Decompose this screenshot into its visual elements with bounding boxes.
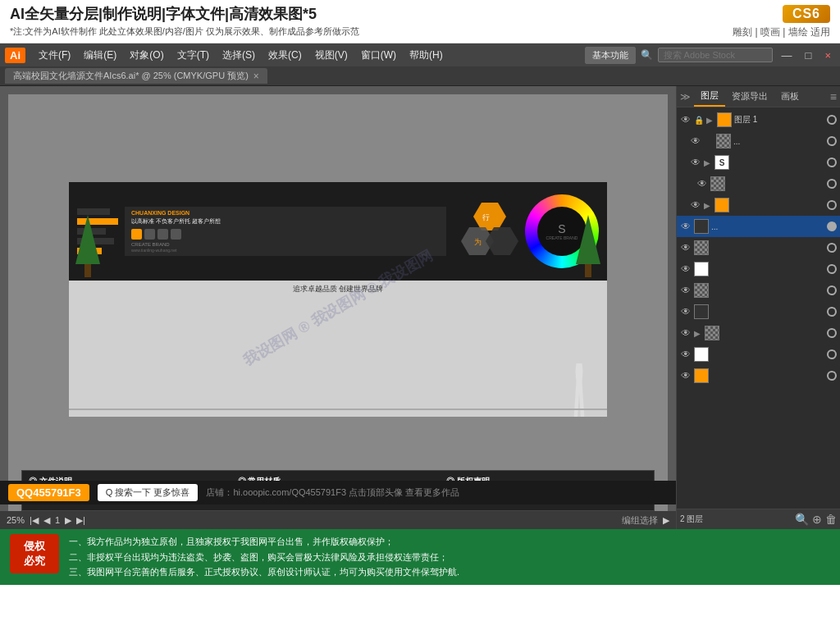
tab-artboard[interactable]: 画板 bbox=[774, 87, 806, 106]
add-layer-button[interactable]: ⊕ bbox=[812, 513, 822, 526]
tab-close-button[interactable]: × bbox=[253, 71, 259, 82]
page-number: 1 bbox=[55, 515, 60, 525]
tab-export[interactable]: 资源导出 bbox=[725, 87, 774, 106]
eye-icon[interactable]: 👁 bbox=[680, 114, 692, 126]
nav-prev-button[interactable]: ◀ bbox=[43, 515, 50, 526]
window-minimize-button[interactable]: — bbox=[778, 48, 797, 62]
layer-item[interactable]: 👁 bbox=[677, 258, 840, 280]
layer-item[interactable]: 👁 ▶ bbox=[677, 322, 840, 344]
layer-chevron: ▶ bbox=[694, 329, 702, 338]
canvas-background: CHUANXING DESIGN 以高标准 不负客户所托 超客户所想 CREAT… bbox=[8, 94, 668, 521]
eye-icon[interactable]: 👁 bbox=[690, 135, 701, 147]
active-tab[interactable]: 高端校园文化墙源文件AIcs6.ai* @ 25% (CMYK/GPU 预览) … bbox=[5, 68, 267, 84]
top-header-left: AI全矢量分层|制作说明|字体文件|高清效果图*5 *注:文件为AI软件制作 此… bbox=[10, 5, 682, 38]
layer-item[interactable]: 👁 ▶ bbox=[677, 194, 840, 216]
menu-view[interactable]: 视图(V) bbox=[308, 47, 354, 64]
layer-circle bbox=[827, 221, 837, 231]
top-header: AI全矢量分层|制作说明|字体文件|高清效果图*5 *注:文件为AI软件制作 此… bbox=[0, 0, 840, 43]
search-layer-button[interactable]: 🔍 bbox=[795, 513, 809, 526]
basic-func-button[interactable]: 基本功能 bbox=[585, 47, 636, 64]
layer-item[interactable]: 👁 🔒 ▶ 图层 1 bbox=[677, 109, 840, 130]
shop-link: 店铺：hi.ooopic.com/QQ455791F3 点击顶部头像 查看更多作… bbox=[206, 486, 459, 499]
brand-subtext: www.tianling-wuhang.net bbox=[131, 248, 440, 253]
layer-thumbnail bbox=[694, 240, 709, 255]
layer-thumbnail bbox=[716, 134, 731, 148]
panel-tabs: ≫ 图层 资源导出 画板 ≡ bbox=[677, 86, 840, 107]
svg-text:行: 行 bbox=[482, 213, 490, 221]
layer-chevron: ▶ bbox=[704, 158, 712, 167]
tree-canopy bbox=[75, 215, 100, 264]
layer-thumbnail bbox=[694, 219, 709, 234]
design-preview: CHUANXING DESIGN 以高标准 不负客户所托 超客户所想 CREAT… bbox=[67, 180, 609, 418]
layer-item[interactable]: 👁 bbox=[677, 301, 840, 322]
hex-svg: 行 为 bbox=[461, 199, 518, 264]
eye-icon[interactable]: 👁 bbox=[680, 221, 692, 232]
nav-next-button[interactable]: ▶ bbox=[65, 515, 71, 526]
company-tagline: 以高标准 不负客户所托 超客户所想 bbox=[131, 217, 440, 226]
copyright-badge: 侵权 必究 bbox=[10, 534, 59, 573]
tab-layers[interactable]: 图层 bbox=[694, 86, 725, 107]
layer-item[interactable]: 👁 bbox=[677, 344, 840, 365]
layer-item[interactable]: 👁 bbox=[677, 280, 840, 301]
layer-item[interactable]: 👁 bbox=[677, 173, 840, 194]
menu-edit[interactable]: 编辑(E) bbox=[77, 47, 123, 64]
layer-item[interactable]: 👁 ... bbox=[677, 130, 840, 152]
layer-item[interactable]: 👁 ▶ S bbox=[677, 152, 840, 173]
layer-item[interactable]: 👁 bbox=[677, 365, 840, 386]
pursue-text: 追求卓越品质 创建世界品牌 bbox=[69, 281, 607, 298]
nav-last-button[interactable]: ▶| bbox=[76, 515, 85, 526]
layer-thumbnail bbox=[710, 176, 725, 191]
eye-icon[interactable]: 👁 bbox=[680, 285, 692, 296]
window-maximize-button[interactable]: □ bbox=[801, 48, 816, 62]
window-close-button[interactable]: × bbox=[820, 48, 835, 62]
lock-icon: 🔒 bbox=[694, 116, 704, 125]
hex-section: 行 为 bbox=[461, 199, 518, 264]
layer-circle bbox=[827, 200, 837, 210]
canvas-area[interactable]: 我设图网 ® 我设图网 ® 我设图网 bbox=[0, 86, 676, 529]
panel-bottom-buttons: 🔍 ⊕ 🗑 bbox=[795, 513, 837, 526]
layer-chevron: ▶ bbox=[704, 201, 712, 210]
layer-item[interactable]: 👁 ... bbox=[677, 216, 840, 237]
search-more-button[interactable]: Q 搜索一下 更多惊喜 bbox=[98, 484, 199, 501]
menu-window[interactable]: 窗口(W) bbox=[354, 47, 403, 64]
search-input[interactable] bbox=[658, 48, 773, 62]
company-logo-text: CHUANXING DESIGN bbox=[131, 210, 189, 216]
menu-help[interactable]: 帮助(H) bbox=[403, 47, 450, 64]
eye-icon[interactable]: 👁 bbox=[690, 199, 701, 211]
tree-right bbox=[576, 215, 600, 281]
tree-trunk bbox=[84, 264, 91, 277]
panel-menu-icon[interactable]: ≡ bbox=[830, 90, 837, 103]
eye-icon[interactable]: 👁 bbox=[680, 242, 692, 253]
menu-effect[interactable]: 效果(C) bbox=[262, 47, 308, 64]
eye-icon[interactable]: 👁 bbox=[680, 370, 692, 381]
tree-trunk bbox=[585, 264, 591, 277]
wall-gray-section: 追求卓越品质 创建世界品牌 bbox=[69, 281, 607, 417]
menu-file[interactable]: 文件(F) bbox=[32, 47, 77, 64]
layer-thumbnail bbox=[717, 112, 732, 127]
grid-icon bbox=[171, 229, 181, 240]
layer-circle bbox=[827, 285, 837, 295]
status-right-arrow[interactable]: ▶ bbox=[663, 515, 669, 526]
layer-name: 图层 1 bbox=[734, 114, 824, 126]
eye-icon[interactable]: 👁 bbox=[680, 327, 692, 339]
eye-icon[interactable]: 👁 bbox=[680, 263, 692, 275]
layer-circle bbox=[827, 179, 837, 189]
eye-icon[interactable]: 👁 bbox=[690, 157, 701, 168]
menu-right: 基本功能 🔍 — □ × bbox=[585, 47, 835, 64]
eye-icon[interactable]: 👁 bbox=[696, 178, 708, 189]
cs6-badge: CS6 bbox=[783, 5, 830, 23]
menu-object[interactable]: 对象(O) bbox=[123, 47, 170, 64]
zoom-level: 25% bbox=[7, 515, 25, 525]
menu-select[interactable]: 选择(S) bbox=[216, 47, 262, 64]
panel-collapse-button[interactable]: ≫ bbox=[680, 91, 691, 103]
eye-icon[interactable]: 👁 bbox=[680, 306, 692, 317]
bar-1 bbox=[77, 208, 110, 215]
menu-text[interactable]: 文字(T) bbox=[171, 47, 216, 64]
layer-thumbnail bbox=[694, 283, 709, 298]
layer-thumbnail: S bbox=[714, 155, 729, 170]
delete-layer-button[interactable]: 🗑 bbox=[825, 513, 837, 526]
layer-item[interactable]: 👁 bbox=[677, 237, 840, 258]
panel-bottom: 2 图层 🔍 ⊕ 🗑 bbox=[677, 509, 840, 529]
nav-first-button[interactable]: |◀ bbox=[30, 515, 39, 526]
eye-icon[interactable]: 👁 bbox=[680, 349, 692, 360]
